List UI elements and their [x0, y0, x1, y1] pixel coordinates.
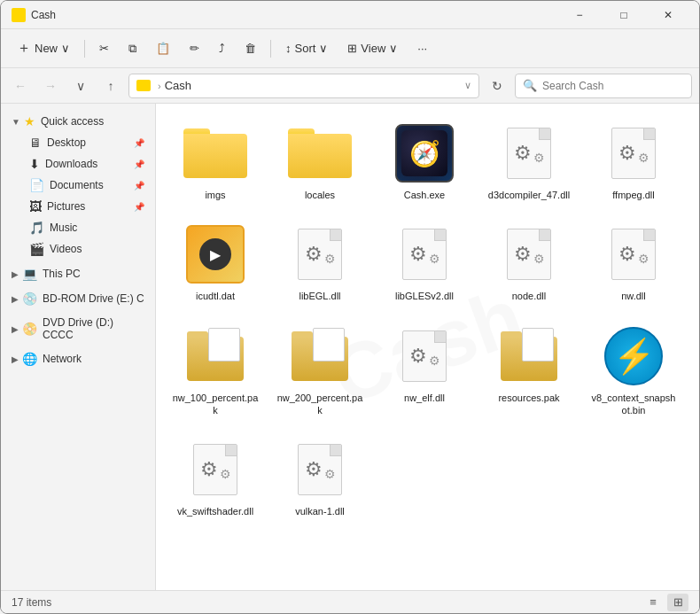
file-name: nw_100_percent.pak: [172, 392, 259, 417]
file-icon-wrap: ▶: [183, 222, 247, 286]
desktop-label: Desktop: [47, 136, 86, 149]
network-label: Network: [43, 353, 82, 365]
network-header[interactable]: ▶ 🌐 Network: [4, 348, 152, 369]
new-chevron: ∨: [61, 42, 70, 55]
file-name: Cash.exe: [404, 189, 445, 201]
paste-icon: 📋: [156, 42, 170, 55]
file-item[interactable]: ⚙ ⚙ vk_swiftshader.dll: [167, 431, 264, 525]
bdrom-header[interactable]: ▶ 💿 BD-ROM Drive (E:) C: [4, 288, 152, 309]
dll-icon: ⚙ ⚙: [189, 443, 242, 496]
file-name: libEGL.dll: [299, 290, 340, 302]
sidebar-item-videos[interactable]: 🎬 Videos: [4, 238, 152, 260]
file-name: nw_200_percent.pak: [276, 392, 363, 417]
dvd-label: DVD Drive (D:) CCCC: [43, 316, 144, 341]
sort-button[interactable]: ↕ Sort ∨: [276, 35, 337, 63]
file-icon-wrap: ⚙ ⚙: [602, 222, 665, 286]
file-icon-wrap: ⚙ ⚙: [497, 222, 561, 286]
file-item[interactable]: ⚙ ⚙ libGLESv2.dll: [376, 215, 473, 309]
dll-icon: ⚙ ⚙: [607, 127, 660, 180]
quick-access-label: Quick access: [41, 115, 104, 128]
file-item[interactable]: resources.pak: [480, 317, 578, 424]
file-item[interactable]: ▶ icudtl.dat: [167, 215, 264, 309]
rename-icon: ✏: [190, 42, 199, 55]
grid-view-button[interactable]: ⊞: [667, 594, 688, 611]
sidebar-item-pictures[interactable]: 🖼 Pictures 📌: [4, 196, 152, 217]
share-icon: ⤴: [219, 42, 225, 55]
paste-button[interactable]: 📋: [147, 35, 179, 63]
minimize-button[interactable]: −: [559, 1, 600, 29]
view-button[interactable]: ⊞ View ∨: [338, 35, 407, 63]
quick-access-header[interactable]: ▼ ★ Quick access: [4, 111, 152, 132]
sidebar-item-music[interactable]: 🎵 Music: [4, 217, 152, 238]
share-button[interactable]: ⤴: [210, 35, 234, 63]
music-label: Music: [50, 222, 77, 234]
delete-button[interactable]: 🗑: [236, 35, 265, 63]
cut-button[interactable]: ✂: [90, 35, 118, 63]
delete-icon: 🗑: [245, 42, 256, 55]
more-button[interactable]: ···: [408, 35, 436, 63]
file-item[interactable]: imgs: [167, 114, 264, 208]
file-item[interactable]: ⚙ ⚙ ffmpeg.dll: [585, 114, 682, 208]
file-icon-wrap: [497, 324, 561, 388]
new-label: New: [35, 42, 58, 55]
search-icon: 🔍: [523, 79, 537, 92]
dll-icon: ⚙ ⚙: [398, 228, 451, 281]
this-pc-chevron: ▶: [12, 269, 19, 279]
new-button[interactable]: ＋ New ∨: [8, 35, 79, 63]
file-name: d3dcompiler_47.dll: [488, 189, 570, 201]
file-icon-wrap: [183, 324, 247, 388]
path-folder-icon: [136, 80, 151, 91]
copy-icon: ⧉: [128, 42, 136, 56]
desktop-pin-icon: 📌: [134, 138, 144, 148]
forward-button[interactable]: →: [38, 74, 63, 98]
sidebar-item-documents[interactable]: 📄 Documents 📌: [4, 175, 152, 196]
refresh-button[interactable]: ↻: [485, 74, 509, 98]
address-bar: ← → ∨ ↑ › Cash ∨ ↻ 🔍: [1, 68, 699, 104]
address-path[interactable]: › Cash ∨: [128, 74, 479, 98]
rename-button[interactable]: ✏: [181, 35, 208, 63]
search-box[interactable]: 🔍: [515, 74, 692, 98]
file-icon-wrap: [183, 121, 247, 185]
maximize-button[interactable]: □: [603, 1, 644, 29]
window-title: Cash: [31, 9, 559, 21]
file-name: vulkan-1.dll: [295, 505, 345, 517]
file-item[interactable]: locales: [271, 114, 369, 208]
cut-icon: ✂: [99, 42, 109, 55]
sidebar-item-downloads[interactable]: ⬇ Downloads 📌: [4, 153, 152, 175]
close-button[interactable]: ✕: [648, 1, 688, 29]
pictures-label: Pictures: [47, 200, 85, 213]
file-item[interactable]: ⚙ ⚙ node.dll: [480, 215, 578, 309]
sidebar-item-desktop[interactable]: 🖥 Desktop 📌: [4, 132, 152, 153]
pictures-pin-icon: 📌: [134, 202, 144, 212]
file-item[interactable]: ⚙ ⚙ vulkan-1.dll: [271, 431, 369, 525]
dll-icon: ⚙ ⚙: [293, 443, 346, 496]
dll-icon: ⚙ ⚙: [502, 228, 556, 281]
file-item[interactable]: ⚡ v8_context_snapshot.bin: [585, 317, 682, 424]
file-item[interactable]: ⚙ ⚙ d3dcompiler_47.dll: [480, 114, 578, 208]
recent-locations-button[interactable]: ∨: [68, 74, 93, 98]
file-item[interactable]: 🧭 Cash.exe: [376, 114, 473, 208]
this-pc-header[interactable]: ▶ 💻 This PC: [4, 263, 152, 284]
downloads-icon: ⬇: [29, 157, 40, 171]
file-item[interactable]: ⚙ ⚙ libEGL.dll: [271, 215, 369, 309]
separator-1: [84, 40, 85, 58]
this-pc-label: This PC: [43, 268, 81, 280]
file-item[interactable]: nw_100_percent.pak: [167, 317, 264, 424]
file-item[interactable]: ⚙ ⚙ nw.dll: [585, 215, 682, 309]
search-input[interactable]: [542, 80, 684, 92]
this-pc-section: ▶ 💻 This PC: [1, 263, 155, 284]
new-icon: ＋: [17, 39, 31, 58]
copy-button[interactable]: ⧉: [120, 35, 145, 63]
bdrom-section: ▶ 💿 BD-ROM Drive (E:) C: [1, 288, 155, 309]
back-button[interactable]: ←: [8, 74, 33, 98]
up-button[interactable]: ↑: [98, 74, 123, 98]
path-text: Cash: [165, 79, 191, 92]
dvd-header[interactable]: ▶ 📀 DVD Drive (D:) CCCC: [4, 313, 152, 345]
file-item[interactable]: ⚙ ⚙ nw_elf.dll: [376, 317, 473, 424]
window-icon: [12, 8, 26, 22]
items-count: 17 items: [12, 596, 51, 609]
list-view-button[interactable]: ≡: [642, 594, 664, 611]
file-item[interactable]: nw_200_percent.pak: [271, 317, 369, 424]
sort-chevron: ∨: [319, 42, 328, 55]
file-name: node.dll: [512, 290, 547, 302]
